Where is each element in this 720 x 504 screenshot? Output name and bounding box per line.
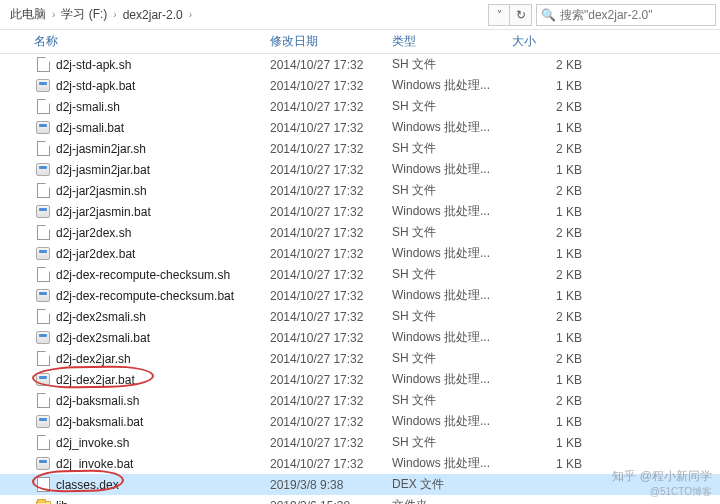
file-row[interactable]: d2j-std-apk.sh2014/10/27 17:32SH 文件2 KB bbox=[0, 54, 720, 75]
file-name: d2j-baksmali.sh bbox=[56, 394, 270, 408]
file-row[interactable]: d2j-dex2smali.bat2014/10/27 17:32Windows… bbox=[0, 327, 720, 348]
file-type: Windows 批处理... bbox=[392, 245, 512, 262]
search-box[interactable]: 🔍 bbox=[536, 4, 716, 26]
file-row[interactable]: d2j-std-apk.bat2014/10/27 17:32Windows 批… bbox=[0, 75, 720, 96]
file-type: Windows 批处理... bbox=[392, 413, 512, 430]
file-row[interactable]: d2j_invoke.bat2014/10/27 17:32Windows 批处… bbox=[0, 453, 720, 474]
file-row[interactable]: lib2019/3/6 15:38文件夹 bbox=[0, 495, 720, 504]
file-name: d2j-jar2dex.sh bbox=[56, 226, 270, 240]
file-type: SH 文件 bbox=[392, 182, 512, 199]
file-name: d2j-smali.bat bbox=[56, 121, 270, 135]
file-name: d2j-dex2smali.bat bbox=[56, 331, 270, 345]
file-date: 2014/10/27 17:32 bbox=[270, 58, 392, 72]
file-row[interactable]: d2j-jar2dex.bat2014/10/27 17:32Windows 批… bbox=[0, 243, 720, 264]
file-row[interactable]: d2j_invoke.sh2014/10/27 17:32SH 文件1 KB bbox=[0, 432, 720, 453]
file-bat-icon bbox=[34, 204, 52, 220]
file-type: DEX 文件 bbox=[392, 476, 512, 493]
file-size: 1 KB bbox=[512, 457, 592, 471]
file-date: 2014/10/27 17:32 bbox=[270, 352, 392, 366]
breadcrumb-seg-1[interactable]: 学习 (F:) bbox=[61, 6, 107, 23]
file-size: 1 KB bbox=[512, 247, 592, 261]
file-type: Windows 批处理... bbox=[392, 287, 512, 304]
file-sh-icon bbox=[34, 267, 52, 283]
file-date: 2014/10/27 17:32 bbox=[270, 205, 392, 219]
file-date: 2014/10/27 17:32 bbox=[270, 331, 392, 345]
file-dex-icon bbox=[34, 477, 52, 493]
file-sh-icon bbox=[34, 309, 52, 325]
file-row[interactable]: d2j-jar2dex.sh2014/10/27 17:32SH 文件2 KB bbox=[0, 222, 720, 243]
file-date: 2014/10/27 17:32 bbox=[270, 415, 392, 429]
file-size: 2 KB bbox=[512, 268, 592, 282]
history-dropdown-button[interactable]: ˅ bbox=[488, 4, 510, 26]
file-date: 2014/10/27 17:32 bbox=[270, 226, 392, 240]
file-date: 2019/3/8 9:38 bbox=[270, 478, 392, 492]
file-type: SH 文件 bbox=[392, 434, 512, 451]
column-date[interactable]: 修改日期 bbox=[270, 33, 392, 50]
file-row[interactable]: d2j-jasmin2jar.bat2014/10/27 17:32Window… bbox=[0, 159, 720, 180]
file-type: SH 文件 bbox=[392, 392, 512, 409]
search-input[interactable] bbox=[560, 8, 711, 22]
breadcrumb[interactable]: 此电脑 › 学习 (F:) › dex2jar-2.0 › bbox=[4, 4, 484, 26]
file-row[interactable]: d2j-smali.bat2014/10/27 17:32Windows 批处理… bbox=[0, 117, 720, 138]
chevron-right-icon: › bbox=[48, 9, 59, 20]
file-size: 1 KB bbox=[512, 415, 592, 429]
file-date: 2014/10/27 17:32 bbox=[270, 310, 392, 324]
file-name: d2j-baksmali.bat bbox=[56, 415, 270, 429]
chevron-right-icon: › bbox=[109, 9, 120, 20]
breadcrumb-seg-0[interactable]: 此电脑 bbox=[10, 6, 46, 23]
file-type: SH 文件 bbox=[392, 350, 512, 367]
file-row[interactable]: d2j-dex-recompute-checksum.bat2014/10/27… bbox=[0, 285, 720, 306]
file-type: Windows 批处理... bbox=[392, 455, 512, 472]
file-size: 2 KB bbox=[512, 184, 592, 198]
folder-icon bbox=[34, 498, 52, 505]
file-date: 2014/10/27 17:32 bbox=[270, 100, 392, 114]
file-row[interactable]: d2j-dex-recompute-checksum.sh2014/10/27 … bbox=[0, 264, 720, 285]
file-size: 2 KB bbox=[512, 100, 592, 114]
file-type: 文件夹 bbox=[392, 497, 512, 504]
file-size: 2 KB bbox=[512, 352, 592, 366]
file-sh-icon bbox=[34, 141, 52, 157]
file-sh-icon bbox=[34, 183, 52, 199]
file-sh-icon bbox=[34, 225, 52, 241]
file-list[interactable]: d2j-std-apk.sh2014/10/27 17:32SH 文件2 KBd… bbox=[0, 54, 720, 504]
file-date: 2014/10/27 17:32 bbox=[270, 436, 392, 450]
file-size: 1 KB bbox=[512, 163, 592, 177]
file-size: 2 KB bbox=[512, 58, 592, 72]
file-type: Windows 批处理... bbox=[392, 371, 512, 388]
file-name: lib bbox=[56, 499, 270, 505]
file-row[interactable]: d2j-baksmali.sh2014/10/27 17:32SH 文件2 KB bbox=[0, 390, 720, 411]
address-toolbar: 此电脑 › 学习 (F:) › dex2jar-2.0 › ˅ ↻ 🔍 bbox=[0, 0, 720, 30]
column-headers: 名称 修改日期 类型 大小 bbox=[0, 30, 720, 54]
file-type: Windows 批处理... bbox=[392, 329, 512, 346]
file-name: d2j_invoke.sh bbox=[56, 436, 270, 450]
file-type: Windows 批处理... bbox=[392, 161, 512, 178]
file-row[interactable]: d2j-dex2jar.sh2014/10/27 17:32SH 文件2 KB bbox=[0, 348, 720, 369]
chevron-down-icon: ˅ bbox=[497, 9, 502, 20]
file-row[interactable]: d2j-baksmali.bat2014/10/27 17:32Windows … bbox=[0, 411, 720, 432]
file-row[interactable]: d2j-jasmin2jar.sh2014/10/27 17:32SH 文件2 … bbox=[0, 138, 720, 159]
breadcrumb-seg-2[interactable]: dex2jar-2.0 bbox=[123, 8, 183, 22]
file-type: Windows 批处理... bbox=[392, 203, 512, 220]
file-row[interactable]: classes.dex2019/3/8 9:38DEX 文件 bbox=[0, 474, 720, 495]
file-name: classes.dex bbox=[56, 478, 270, 492]
file-type: SH 文件 bbox=[392, 56, 512, 73]
file-row[interactable]: d2j-jar2jasmin.bat2014/10/27 17:32Window… bbox=[0, 201, 720, 222]
file-sh-icon bbox=[34, 99, 52, 115]
file-row[interactable]: d2j-dex2smali.sh2014/10/27 17:32SH 文件2 K… bbox=[0, 306, 720, 327]
file-row[interactable]: d2j-jar2jasmin.sh2014/10/27 17:32SH 文件2 … bbox=[0, 180, 720, 201]
file-type: SH 文件 bbox=[392, 140, 512, 157]
file-bat-icon bbox=[34, 288, 52, 304]
file-size: 1 KB bbox=[512, 121, 592, 135]
column-size[interactable]: 大小 bbox=[512, 33, 612, 50]
file-bat-icon bbox=[34, 414, 52, 430]
file-date: 2014/10/27 17:32 bbox=[270, 394, 392, 408]
column-name[interactable]: 名称 bbox=[34, 33, 270, 50]
refresh-button[interactable]: ↻ bbox=[510, 4, 532, 26]
file-size: 1 KB bbox=[512, 331, 592, 345]
file-row[interactable]: d2j-dex2jar.bat2014/10/27 17:32Windows 批… bbox=[0, 369, 720, 390]
file-name: d2j_invoke.bat bbox=[56, 457, 270, 471]
file-row[interactable]: d2j-smali.sh2014/10/27 17:32SH 文件2 KB bbox=[0, 96, 720, 117]
file-type: SH 文件 bbox=[392, 98, 512, 115]
file-name: d2j-dex-recompute-checksum.bat bbox=[56, 289, 270, 303]
column-type[interactable]: 类型 bbox=[392, 33, 512, 50]
